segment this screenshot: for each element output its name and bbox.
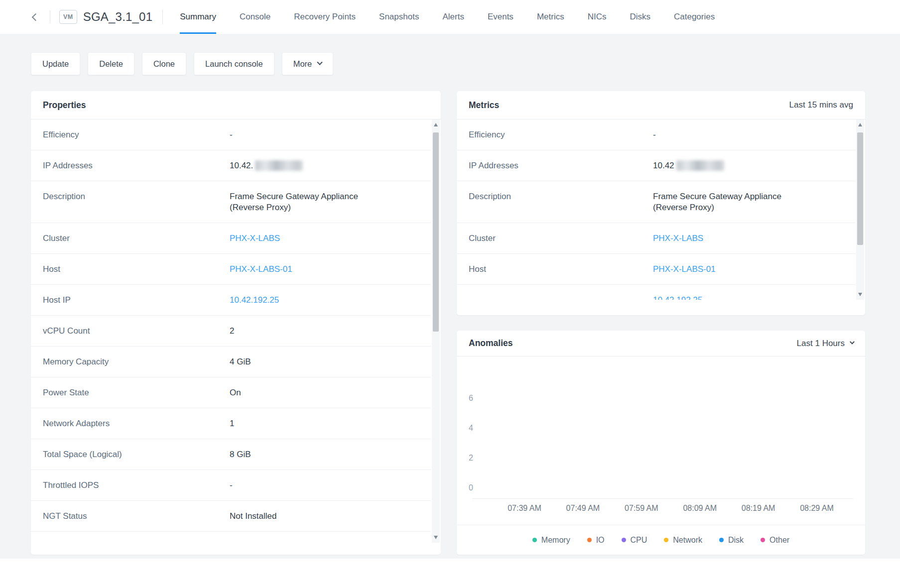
property-row: Total Space (Logical)8 GiB (31, 439, 431, 470)
divider (50, 10, 50, 23)
anomalies-range-dropdown[interactable]: Last 1 Hours (797, 339, 853, 349)
legend-dot-icon (532, 538, 537, 542)
row-label: Efficiency (469, 129, 653, 140)
tab-disks[interactable]: Disks (630, 0, 650, 34)
scroll-up-icon[interactable] (858, 123, 862, 126)
metrics-title: Metrics (469, 100, 499, 111)
anomalies-title: Anomalies (469, 338, 513, 349)
scroll-down-icon[interactable] (858, 293, 862, 296)
metric-row: Efficiency- (457, 119, 855, 150)
property-row: HostPHX-X-LABS-01 (31, 254, 431, 285)
row-value: PHX-X-LABS (653, 233, 703, 244)
legend-item-network[interactable]: Network (664, 536, 702, 545)
row-value: 10.42.192.25 (230, 295, 279, 306)
tab-console[interactable]: Console (240, 0, 270, 34)
row-value: 10.42. (230, 160, 303, 171)
property-row: Memory Capacity4 GiB (31, 347, 431, 377)
scrollbar-thumb[interactable] (433, 132, 439, 332)
more-button[interactable]: More (282, 52, 334, 75)
metrics-list: Efficiency-IP Addresses10.42DescriptionF… (457, 119, 855, 300)
link-value[interactable]: 10.42.192.25 (230, 295, 279, 305)
legend-dot-icon (587, 538, 592, 542)
legend-dot-icon (719, 538, 724, 542)
row-label: Description (43, 191, 230, 202)
property-row: Efficiency- (31, 119, 431, 150)
legend-dot-icon (622, 538, 626, 542)
row-value: Frame Secure Gateway Appliance (Reverse … (653, 191, 797, 213)
property-row: ClusterPHX-X-LABS (31, 223, 431, 254)
tab-summary[interactable]: Summary (180, 0, 216, 34)
back-button[interactable] (28, 0, 41, 34)
legend-label: Disk (728, 536, 744, 545)
x-axis-tick: 07:49 AM (566, 504, 600, 513)
row-label: Description (469, 191, 653, 202)
anomalies-range-label: Last 1 Hours (797, 339, 845, 349)
property-row: DescriptionFrame Secure Gateway Applianc… (31, 181, 431, 223)
clone-button[interactable]: Clone (142, 52, 186, 75)
scrollbar-thumb[interactable] (857, 132, 863, 245)
row-value: - (230, 480, 233, 491)
ip-prefix: 10.42. (230, 161, 253, 170)
row-label: Cluster (43, 233, 230, 244)
tab-alerts[interactable]: Alerts (442, 0, 464, 34)
redacted-blur (676, 160, 724, 171)
scroll-down-icon[interactable] (434, 536, 438, 539)
row-value: - (653, 129, 656, 140)
scroll-up-icon[interactable] (434, 123, 438, 126)
legend-item-disk[interactable]: Disk (719, 536, 744, 545)
legend-item-other[interactable]: Other (761, 536, 789, 545)
row-label: Host (43, 264, 230, 275)
tab-label: Events (488, 12, 514, 22)
active-tab-underline (180, 32, 216, 34)
y-axis-tick: 6 (469, 393, 480, 403)
tab-categories[interactable]: Categories (674, 0, 715, 34)
legend-item-memory[interactable]: Memory (532, 536, 570, 545)
legend-label: CPU (631, 536, 647, 545)
chevron-left-icon (31, 13, 39, 21)
row-label: IP Addresses (43, 160, 230, 171)
tab-label: Metrics (537, 12, 564, 22)
row-value: 8 GiB (230, 449, 251, 460)
metric-row: ClusterPHX-X-LABS (457, 223, 855, 254)
launch-console-button[interactable]: Launch console (194, 52, 274, 75)
tab-recovery-points[interactable]: Recovery Points (294, 0, 356, 34)
tab-label: Snapshots (379, 12, 419, 22)
divider (162, 9, 163, 24)
tab-snapshots[interactable]: Snapshots (379, 0, 419, 34)
legend-item-io[interactable]: IO (587, 536, 605, 545)
metrics-range-label: Last 15 mins avg (789, 100, 853, 110)
row-label: Power State (43, 387, 230, 398)
link-value[interactable]: PHX-X-LABS-01 (653, 264, 716, 274)
tab-nics[interactable]: NICs (588, 0, 607, 34)
link-value[interactable]: PHX-X-LABS (230, 234, 280, 243)
ip-prefix: 10.42 (653, 161, 674, 170)
x-axis-tick: 07:39 AM (508, 504, 541, 513)
chevron-down-icon (317, 60, 323, 65)
link-value[interactable]: 10.42.192.25 (653, 295, 702, 300)
metric-row: HostPHX-X-LABS-01 (457, 254, 855, 285)
link-value[interactable]: PHX-X-LABS (653, 234, 703, 243)
properties-scrollbar[interactable] (432, 119, 440, 543)
tab-events[interactable]: Events (488, 0, 514, 34)
anomalies-chart: MemoryIOCPUNetworkDiskOther 642007:39 AM… (457, 356, 865, 555)
update-button[interactable]: Update (31, 52, 80, 75)
tab-label: Disks (630, 12, 650, 22)
legend-label: Memory (541, 536, 570, 545)
y-axis-tick: 2 (469, 453, 480, 463)
link-value[interactable]: PHX-X-LABS-01 (230, 264, 292, 274)
topbar: VM SGA_3.1_01 SummaryConsoleRecovery Poi… (0, 0, 900, 34)
anomalies-panel: Anomalies Last 1 Hours MemoryIOCPUNetwor… (457, 331, 865, 555)
row-value: 10.42.192.25 (653, 295, 702, 300)
more-button-label: More (293, 59, 312, 69)
property-row: NGT StatusNot Installed (31, 501, 431, 532)
chart-legend: MemoryIOCPUNetworkDiskOther (457, 525, 865, 555)
tab-metrics[interactable]: Metrics (537, 0, 564, 34)
y-axis-tick: 0 (469, 483, 480, 493)
metric-row: DescriptionFrame Secure Gateway Applianc… (457, 181, 855, 223)
row-label: NGT Status (43, 511, 230, 522)
delete-button[interactable]: Delete (88, 52, 134, 75)
chevron-down-icon (850, 340, 855, 345)
legend-dot-icon (761, 538, 765, 542)
metrics-scrollbar[interactable] (856, 119, 864, 300)
legend-item-cpu[interactable]: CPU (622, 536, 647, 545)
